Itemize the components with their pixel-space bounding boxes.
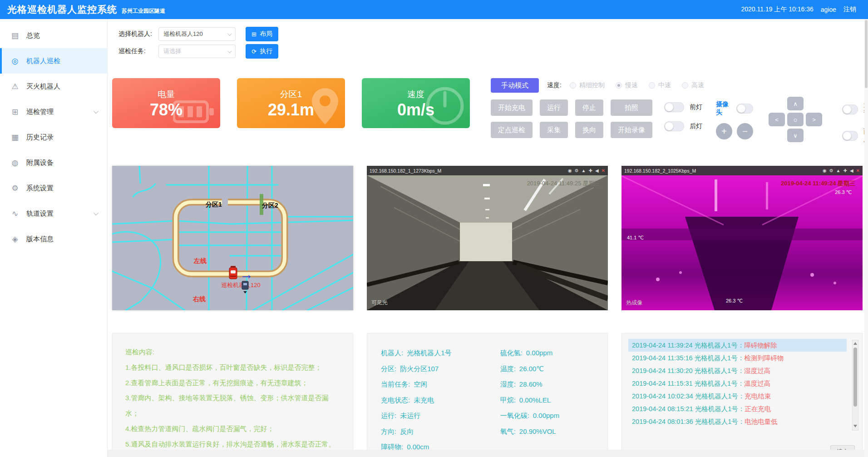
event-log-row[interactable]: 2019-04-24 11:39:24 光格机器人1号：障碍物解除: [628, 339, 847, 352]
control-button[interactable]: 运行: [540, 99, 568, 116]
control-button[interactable]: 开始充电: [491, 99, 533, 116]
robot-marker[interactable]: [229, 267, 237, 279]
scroll-down-icon[interactable]: [853, 425, 857, 427]
event-log-row[interactable]: 2019-04-24 08:01:36 光格机器人1号：电池电量低: [628, 415, 847, 425]
status-right-column: 硫化氢:0.00ppm 温度:26.00℃ 湿度:28.60% 甲烷:0.00%…: [500, 345, 560, 452]
sidebar-item[interactable]: ◎ 机器人巡检: [0, 48, 107, 74]
page-scrollbar-thumb[interactable]: [865, 20, 868, 88]
video-header-icon[interactable]: ✕: [602, 168, 605, 173]
video-header-icon[interactable]: ◀: [850, 168, 853, 173]
video-header-icon[interactable]: ⚙: [829, 168, 833, 173]
event-log-row[interactable]: 2019-04-24 11:30:20 光格机器人1号：湿度过高: [628, 364, 847, 377]
control-button[interactable]: 采集: [540, 122, 568, 138]
control-button[interactable]: 停止: [575, 99, 603, 116]
chevron-down-icon: [94, 109, 99, 114]
video-header: 192.168.150.182_1_1273Kbps_M ◉⚙▲✚◀✕: [367, 166, 608, 175]
video-header-icon[interactable]: ✚: [589, 168, 592, 173]
sidebar-item[interactable]: ⚙ 系统设置: [0, 175, 107, 201]
status-line: 分区:防火分区107: [381, 361, 500, 377]
status-value: 0.00ppm: [526, 349, 552, 357]
speed-radio-group: 精细控制 慢速 中速: [570, 81, 704, 89]
front-light-toggle[interactable]: [664, 102, 684, 112]
sidebar-item[interactable]: ▤ 总览: [0, 23, 107, 48]
zone-card-value: 29.1m: [268, 102, 314, 118]
video-header-icon[interactable]: ✚: [843, 168, 847, 173]
event-message: 充电结束: [745, 392, 771, 400]
camera-toggle[interactable]: [736, 104, 753, 114]
event-log-row[interactable]: 2019-04-24 11:35:16 光格机器人1号：检测到障碍物: [628, 352, 847, 364]
dpad-left-button[interactable]: <: [769, 113, 785, 126]
video-header-icon[interactable]: ◉: [823, 168, 827, 173]
sidebar-item[interactable]: ▦ 历史记录: [0, 124, 107, 150]
execute-button[interactable]: ⟳ 执行: [246, 44, 278, 59]
status-value: 未运行: [400, 412, 420, 419]
speed-radio[interactable]: 高速: [682, 81, 704, 89]
track-map: 分区1 分区2 左线 右线 → 巡检机器人120: [112, 166, 353, 310]
video-header-icon[interactable]: ⚙: [575, 168, 579, 173]
action-buttons: 开始充电运行停止拍照 定点巡检采集换向开始录像: [491, 99, 652, 138]
control-panel: 手动模式 速度: 精细控制 慢速: [491, 78, 868, 144]
radio-icon: [682, 82, 688, 89]
status-label: 氧气:: [500, 427, 516, 435]
logout-link[interactable]: 注销: [843, 5, 856, 14]
robot-select-row: 选择机器人: 巡检机器人120 ⊞ 布局: [112, 27, 868, 41]
event-time: 2019-04-24 08:15:21 光格机器人1号：: [632, 405, 745, 412]
sidebar-item-label: 历史记录: [26, 133, 54, 142]
sidebar-item-label: 巡检管理: [26, 108, 54, 116]
video-header-icon[interactable]: ✕: [856, 168, 860, 173]
video-header-icon[interactable]: ▲: [582, 168, 586, 173]
sidebar-item-icon: ◍: [10, 158, 20, 168]
dpad-right-button[interactable]: >: [806, 113, 822, 126]
rear-light-toggle[interactable]: [664, 121, 684, 131]
sidebar-item[interactable]: ◍ 附属设备: [0, 150, 107, 175]
temperature-reading: 41.1 ℃: [627, 235, 644, 241]
video-tag: 热成像: [626, 299, 642, 307]
dpad-up-button[interactable]: ∧: [787, 97, 804, 110]
status-label: 充电状态:: [381, 396, 410, 404]
sidebar-item[interactable]: ◈ 版本信息: [0, 226, 107, 252]
dpad-center-button[interactable]: ○: [787, 113, 804, 126]
robot-select[interactable]: 巡检机器人120: [158, 27, 236, 41]
sidebar-item[interactable]: ⚠ 灭火机器人: [0, 74, 107, 99]
event-log-row[interactable]: 2019-04-24 10:02:34 光格机器人1号：充电结束: [628, 390, 847, 402]
status-line: 运行:未运行: [381, 408, 500, 424]
event-scrollbar[interactable]: [852, 340, 858, 431]
speed-radio[interactable]: 慢速: [616, 81, 638, 89]
video-header-icon[interactable]: ◀: [595, 168, 599, 173]
control-button[interactable]: 定点巡检: [491, 122, 533, 138]
stat-cards: 电量 78% 分区1 29.1m: [112, 78, 470, 128]
control-button[interactable]: 换向: [575, 122, 603, 138]
stream-id: 192.168.150.182_1_1273Kbps_M: [370, 168, 441, 174]
scroll-up-icon[interactable]: [853, 342, 857, 345]
temperature-reading: 26.3 ℃: [726, 298, 743, 304]
speed-radio[interactable]: 精细控制: [570, 81, 605, 89]
zoom-in-button[interactable]: +: [716, 123, 732, 139]
radio-icon: [649, 82, 655, 89]
page-scrollbar[interactable]: [864, 19, 868, 457]
sidebar-item[interactable]: ⊞ 巡检管理: [0, 99, 107, 124]
radio-label: 高速: [691, 81, 704, 89]
control-button[interactable]: 拍照: [611, 99, 652, 116]
scrollbar-thumb[interactable]: [853, 348, 857, 407]
user-box: 2020.11.19 上午 10:16:36 agioe 注销: [741, 5, 856, 14]
manual-mode-button[interactable]: 手动模式: [491, 78, 539, 93]
video-header-icon[interactable]: ◉: [568, 168, 572, 173]
zoom-out-button[interactable]: −: [737, 123, 753, 139]
sidebar-item[interactable]: ∿ 轨道设置: [0, 201, 107, 226]
inspection-item: 2.查看管廊上表面是否正常，有无挖掘痕迹，有无违章建筑；: [125, 375, 340, 391]
dpad-down-button[interactable]: ∨: [787, 129, 804, 142]
event-log-row[interactable]: 2019-04-24 11:15:31 光格机器人1号：温度过高: [628, 377, 847, 390]
speed-radio[interactable]: 中速: [649, 81, 671, 89]
task-select[interactable]: 请选择: [158, 45, 236, 58]
event-log-row[interactable]: 2019-04-24 08:15:21 光格机器人1号：正在充电: [628, 402, 847, 415]
inspection-item: 3.管廊内、架构、接地等装置无脱落、锈蚀、变形；供水管道是否漏水；: [125, 390, 340, 421]
layout-button[interactable]: ⊞ 布局: [246, 27, 278, 41]
battery-card-title: 电量: [158, 89, 175, 100]
control-button[interactable]: 开始录像: [611, 122, 652, 138]
video-header-icon[interactable]: ▲: [836, 168, 841, 173]
wiper-toggle[interactable]: [842, 131, 858, 141]
talk-toggle[interactable]: [842, 104, 858, 114]
status-value: 20.90%VOL: [519, 427, 556, 435]
sidebar-item-icon: ▤: [10, 31, 20, 40]
inspection-title: 巡检内容:: [125, 344, 340, 360]
